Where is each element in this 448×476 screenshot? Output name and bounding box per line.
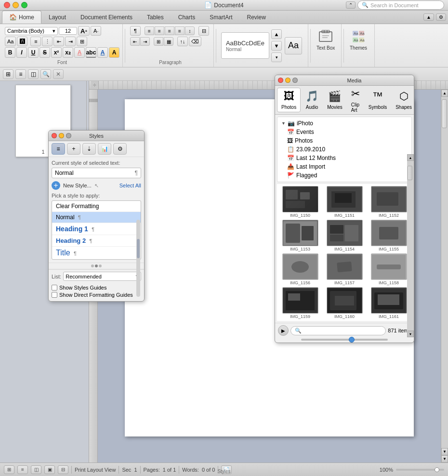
- play-btn[interactable]: ▶: [278, 325, 289, 336]
- tree-item-last12[interactable]: 📅 Last 12 Months: [279, 154, 409, 162]
- text-box-btn[interactable]: Text Box: [315, 26, 337, 53]
- tree-item-iphoto[interactable]: ▼ 📷 iPhoto: [279, 119, 409, 128]
- subscript-btn[interactable]: x₂: [63, 47, 73, 58]
- show-styles-checkbox[interactable]: [52, 285, 57, 291]
- media-thumb-1151[interactable]: IMG_1151: [323, 186, 366, 218]
- panel-list-btn[interactable]: ≡: [52, 143, 65, 155]
- outline-view-btn[interactable]: ◫: [28, 69, 39, 79]
- media-tab-photos[interactable]: 🖼 Photos: [277, 88, 301, 112]
- scroll-track[interactable]: [441, 97, 448, 448]
- panel-scrollbar[interactable]: [136, 220, 140, 297]
- show-direct-checkbox[interactable]: [52, 292, 57, 298]
- scroll-up-btn[interactable]: ▲: [441, 90, 448, 97]
- strikethrough2-btn[interactable]: abc: [86, 47, 96, 58]
- styles-up-btn[interactable]: ▲: [271, 29, 282, 39]
- scroll-thumb[interactable]: [442, 99, 447, 128]
- media-tab-clipart[interactable]: ✂ Clip Art: [347, 88, 364, 112]
- media-scroll-up-btn[interactable]: ▲: [407, 154, 414, 161]
- list-indent-btn[interactable]: ⇤: [53, 37, 64, 46]
- font-style-btn[interactable]: 🅰: [17, 37, 27, 46]
- tree-item-flagged[interactable]: 🚩 Flagged: [279, 171, 409, 180]
- themes-btn[interactable]: Aa Aa Aa Aa Themes: [348, 26, 369, 53]
- media-zoom-slider[interactable]: [301, 339, 388, 341]
- media-search[interactable]: 🔍: [290, 326, 386, 335]
- media-max-btn[interactable]: [292, 78, 298, 83]
- styles-format-btn[interactable]: Aa: [285, 37, 302, 54]
- media-thumb-1160[interactable]: IMG_1160: [323, 287, 366, 319]
- panel-import-btn[interactable]: ⇣: [82, 143, 96, 155]
- tab-charts[interactable]: Charts: [171, 11, 202, 24]
- media-thumb-1159[interactable]: IMG_1159: [279, 287, 321, 319]
- numbered-list-btn[interactable]: ⋮: [42, 37, 53, 46]
- maximize-button[interactable]: [21, 2, 27, 8]
- style-heading2[interactable]: Heading 2 ¶: [52, 235, 141, 247]
- minimize-button[interactable]: [13, 2, 19, 8]
- italic-btn[interactable]: I: [16, 47, 27, 58]
- scroll-down-btn[interactable]: ▼: [441, 448, 448, 455]
- tree-item-events[interactable]: 📅 Events: [279, 128, 409, 136]
- zoom-thumb[interactable]: [435, 467, 439, 472]
- media-scroll-down-btn[interactable]: ▼: [407, 331, 414, 337]
- tab-review[interactable]: Review: [239, 11, 273, 24]
- media-thumb-1150[interactable]: IMG_1150: [279, 186, 321, 218]
- para-symbol-btn[interactable]: ¶: [130, 26, 141, 36]
- media-thumb-1161[interactable]: IMG_1161: [368, 287, 410, 319]
- style-normal[interactable]: Normal ¶: [52, 212, 141, 223]
- style-heading1[interactable]: Heading 1 ¶: [52, 223, 141, 235]
- sort-btn[interactable]: ↑↓: [177, 37, 188, 46]
- bullet-list-btn[interactable]: ≡: [30, 37, 41, 46]
- new-style-btn[interactable]: +: [52, 181, 60, 190]
- style-clear[interactable]: Clear Formatting: [52, 201, 141, 212]
- media-tab-audio[interactable]: 🎵 Audio: [302, 88, 322, 112]
- font-size-down-btn[interactable]: A-: [91, 26, 101, 36]
- media-thumb-1155[interactable]: IMG_1155: [368, 220, 410, 251]
- tab-layout[interactable]: Layout: [41, 11, 73, 24]
- panel-max-btn[interactable]: [66, 133, 71, 138]
- media-thumb-1156[interactable]: IMG_1156: [279, 253, 321, 285]
- style-title[interactable]: Title ¶: [52, 247, 141, 259]
- list-outdent-btn[interactable]: ⇥: [65, 37, 76, 46]
- tree-item-photos[interactable]: 🖼 Photos: [279, 136, 409, 145]
- media-thumb-1157[interactable]: IMG_1157: [323, 253, 366, 285]
- align-left-btn[interactable]: ≡: [145, 26, 154, 35]
- indent-btn[interactable]: ⊞: [77, 37, 87, 46]
- collapse-button[interactable]: ⌃: [346, 1, 356, 9]
- media-thumb-1154[interactable]: IMG_1154: [323, 220, 366, 251]
- tree-item-date[interactable]: 📋 23.09.2010: [279, 145, 409, 154]
- media-thumb-1158[interactable]: IMG_1158: [368, 253, 410, 285]
- media-close-btn[interactable]: [278, 78, 283, 83]
- styles-preview[interactable]: AaBbCcDdEe Normal: [221, 32, 269, 59]
- media-scroll-track[interactable]: [407, 161, 414, 331]
- font-selector[interactable]: Cambria (Body) ▾: [5, 27, 58, 35]
- scroll-down2-btn[interactable]: ▼: [441, 455, 448, 463]
- close-sidebar-btn[interactable]: ✕: [53, 69, 64, 79]
- tree-item-lastimport[interactable]: 📥 Last Import: [279, 162, 409, 171]
- font-size-up-btn[interactable]: A+: [78, 26, 90, 36]
- font-bg-btn[interactable]: A: [109, 47, 119, 58]
- media-tab-shapes[interactable]: ⬡ Shapes: [392, 88, 416, 112]
- indent-increase-btn[interactable]: ⇥: [140, 37, 150, 46]
- ribbon-collapse-btn[interactable]: ▲: [423, 13, 434, 21]
- list-view-btn[interactable]: ≡: [15, 69, 26, 79]
- media-tab-symbols[interactable]: ™ Symbols: [365, 88, 391, 112]
- indent-decrease-btn[interactable]: ⇤: [130, 37, 140, 46]
- panel-chart-btn[interactable]: 📊: [98, 143, 111, 155]
- tab-tables[interactable]: Tables: [140, 11, 171, 24]
- font-color-btn[interactable]: A: [97, 47, 108, 58]
- panel-min-btn[interactable]: [59, 133, 64, 138]
- align-right-btn[interactable]: ≡: [165, 26, 174, 35]
- tab-smartart[interactable]: SmartArt: [202, 11, 239, 24]
- panel-new-btn[interactable]: +: [67, 143, 80, 155]
- styles-more-btn[interactable]: ▾: [271, 53, 282, 62]
- highlight-btn[interactable]: A: [74, 47, 85, 58]
- shading-btn[interactable]: ▦: [164, 37, 173, 46]
- panel-scroll-thumb[interactable]: [137, 239, 140, 258]
- font-case-btn[interactable]: Aa: [5, 37, 16, 46]
- close-button[interactable]: [4, 2, 10, 8]
- superscript-btn[interactable]: x²: [51, 47, 62, 58]
- strikethrough-btn[interactable]: S: [40, 47, 50, 58]
- ribbon-settings-btn[interactable]: ⚙: [436, 13, 446, 21]
- search-box[interactable]: 🔍 Search in Document: [357, 0, 444, 10]
- zoom-slider[interactable]: [396, 469, 444, 471]
- media-scroll-thumb[interactable]: [408, 166, 412, 180]
